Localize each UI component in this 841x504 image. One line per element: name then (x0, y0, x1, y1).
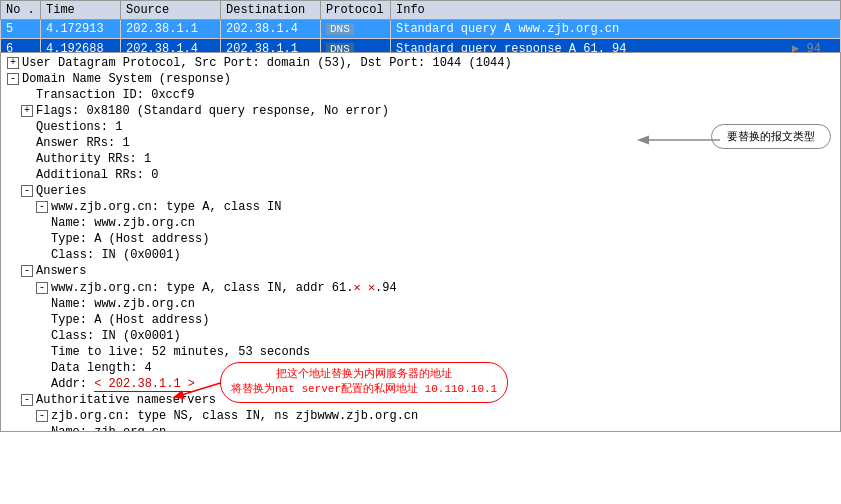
packet-table: No . Time Source Destination Protocol In… (0, 0, 841, 59)
detail-line: Name: www.zjb.org.cn (1, 215, 840, 231)
detail-line: Data length: 4 (1, 360, 840, 376)
detail-line: -Authoritative nameservers (1, 392, 840, 408)
expand-icon[interactable]: - (36, 282, 48, 294)
expand-icon[interactable]: + (7, 57, 19, 69)
detail-line: Time to live: 52 minutes, 53 seconds (1, 344, 840, 360)
detail-line: Authority RRs: 1 (1, 151, 840, 167)
detail-line: Answer RRs: 1 (1, 135, 840, 151)
detail-line: -www.zjb.org.cn: type A, class IN, addr … (1, 279, 840, 296)
expand-icon[interactable]: - (36, 201, 48, 213)
col-destination: Destination (221, 1, 321, 20)
col-info: Info (391, 1, 841, 20)
expand-icon[interactable]: - (36, 410, 48, 422)
detail-line: Questions: 1 (1, 119, 840, 135)
detail-line: Class: IN (0x0001) (1, 328, 840, 344)
detail-line: Additional RRs: 0 (1, 167, 840, 183)
detail-line: Transaction ID: 0xccf9 (1, 87, 840, 103)
x-marker: ✕ ✕ (353, 281, 375, 295)
detail-line: +User Datagram Protocol, Src Port: domai… (1, 55, 840, 71)
col-no: No . (1, 1, 41, 20)
detail-line: Name: www.zjb.org.cn (1, 296, 840, 312)
expand-icon[interactable]: - (21, 394, 33, 406)
detail-line: Addr: < 202.38.1.1 > (1, 376, 840, 392)
col-time: Time (41, 1, 121, 20)
detail-line: -zjb.org.cn: type NS, class IN, ns zjbww… (1, 408, 840, 424)
detail-line: -www.zjb.org.cn: type A, class IN (1, 199, 840, 215)
detail-line: -Answers (1, 263, 840, 279)
detail-line: Type: A (Host address) (1, 312, 840, 328)
detail-panel: +User Datagram Protocol, Src Port: domai… (0, 52, 841, 432)
detail-line: +Flags: 0x8180 (Standard query response,… (1, 103, 840, 119)
detail-line: Name: zjb.org.cn (1, 424, 840, 432)
detail-line: Type: A (Host address) (1, 231, 840, 247)
expand-icon[interactable]: - (7, 73, 19, 85)
detail-line: -Queries (1, 183, 840, 199)
col-protocol: Protocol (321, 1, 391, 20)
col-source: Source (121, 1, 221, 20)
addr-value: < 202.38.1.1 > (94, 377, 195, 392)
expand-icon[interactable]: + (21, 105, 33, 117)
protocol-badge: DNS (326, 23, 354, 35)
detail-line: Class: IN (0x0001) (1, 247, 840, 263)
table-row[interactable]: 54.172913202.38.1.1202.38.1.4DNSStandard… (1, 20, 841, 39)
expand-icon[interactable]: - (21, 185, 33, 197)
expand-icon[interactable]: - (21, 265, 33, 277)
detail-line: -Domain Name System (response) (1, 71, 840, 87)
